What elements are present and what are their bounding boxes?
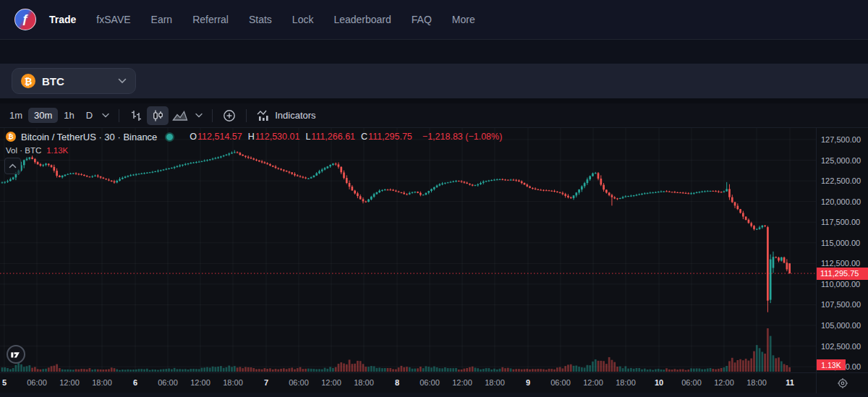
- nav-item-earn[interactable]: Earn: [151, 14, 173, 25]
- candle-body: [690, 193, 692, 194]
- candle-body: [556, 192, 558, 192]
- open-value: 112,514.57: [197, 132, 242, 142]
- timezone-settings-button[interactable]: [837, 377, 848, 389]
- nav-item-faq[interactable]: FAQ: [412, 14, 432, 25]
- candle-body: [31, 158, 33, 159]
- volume-bar: [234, 366, 236, 372]
- volume-bar: [103, 370, 105, 372]
- volume-bar: [438, 368, 441, 372]
- volume-bar: [567, 364, 569, 372]
- candle-body: [174, 167, 176, 168]
- time-axis[interactable]: 506:0012:0018:00606:0012:0018:00706:0012…: [0, 372, 868, 393]
- volume-bar: [64, 370, 67, 372]
- candle-body: [668, 192, 671, 192]
- volume-bar: [51, 366, 53, 372]
- symbol-title[interactable]: Bitcoin / TetherUS · 30 · Binance: [21, 132, 157, 142]
- area-style-button[interactable]: [169, 107, 192, 124]
- candle-body: [163, 169, 165, 170]
- nav-item-leaderboard[interactable]: Leaderboard: [333, 14, 391, 25]
- price-axis[interactable]: 127,500.00125,000.00122,500.00120,000.00…: [816, 128, 868, 372]
- volume-bar: [26, 366, 28, 372]
- volume-bar: [206, 367, 208, 372]
- tradingview-logo[interactable]: [7, 345, 25, 364]
- volume-bar: [122, 370, 124, 372]
- volume-bar: [401, 366, 403, 372]
- volume-bar: [562, 368, 564, 372]
- candle-body: [562, 193, 564, 195]
- candle-body: [97, 176, 99, 176]
- volume-bar: [61, 370, 64, 372]
- candle-body: [329, 165, 331, 166]
- header-sub-strip: [0, 40, 868, 64]
- volume-bar: [365, 367, 367, 372]
- candle-body: [753, 226, 755, 229]
- candle-body: [761, 226, 763, 227]
- candle-body: [619, 198, 621, 199]
- volume-bar: [86, 370, 88, 372]
- candle-body: [7, 181, 9, 182]
- candle-body: [357, 193, 359, 196]
- candle-body: [272, 166, 274, 167]
- volume-bar: [493, 369, 495, 372]
- collapse-legend-button[interactable]: [4, 158, 21, 174]
- top-navigation-bar: ƒ Trade fxSAVE Earn Referral Stats Lock …: [0, 0, 868, 40]
- interval-menu-button[interactable]: [98, 111, 113, 120]
- candle-body: [676, 192, 678, 193]
- candle-body: [1, 182, 4, 183]
- interval-30m-button[interactable]: 30m: [28, 108, 58, 123]
- nav-item-fxsave[interactable]: fxSAVE: [96, 14, 130, 25]
- candle-body: [12, 177, 14, 179]
- price-chart-canvas[interactable]: ₿ Bitcoin / TetherUS · 30 · Binance O112…: [0, 128, 816, 372]
- candle-body: [321, 170, 323, 171]
- volume-bar: [266, 369, 268, 372]
- candle-body: [515, 180, 517, 181]
- nav-item-referral[interactable]: Referral: [192, 14, 229, 25]
- candle-body: [638, 195, 640, 195]
- volume-bar: [660, 370, 663, 372]
- interval-1m-button[interactable]: 1m: [4, 108, 28, 123]
- candle-body: [326, 166, 328, 168]
- candle-style-button[interactable]: [147, 106, 169, 125]
- candle-body: [244, 155, 247, 156]
- volume-bar: [447, 368, 449, 372]
- candle-body: [674, 192, 676, 192]
- interval-1h-button[interactable]: 1h: [58, 108, 80, 123]
- volume-bar: [56, 364, 58, 372]
- candle-body: [759, 227, 761, 229]
- volume-label[interactable]: Vol · BTC: [6, 146, 41, 155]
- style-menu-button[interactable]: [192, 111, 206, 120]
- market-selector-row: ₿ BTC: [0, 64, 868, 98]
- candle-body: [294, 174, 296, 175]
- candle-body: [275, 166, 277, 168]
- candle-body: [455, 181, 457, 182]
- candle-body: [313, 176, 315, 177]
- candle-body: [114, 182, 116, 183]
- time-tick-label: 18:00: [746, 378, 767, 387]
- nav-item-trade[interactable]: Trade: [49, 14, 76, 25]
- nav-item-more[interactable]: More: [452, 14, 475, 25]
- compare-button[interactable]: [218, 106, 240, 125]
- candle-body: [401, 192, 403, 193]
- volume-bar: [780, 362, 783, 372]
- indicators-button[interactable]: Indicators: [252, 107, 319, 124]
- time-tick-label: 18:00: [485, 378, 505, 387]
- candle-body: [441, 184, 443, 184]
- bar-style-button[interactable]: [125, 106, 147, 125]
- candle-body: [176, 166, 179, 167]
- candle-body: [712, 191, 714, 192]
- candle-body: [658, 192, 660, 192]
- fx-protocol-logo[interactable]: ƒ: [14, 9, 36, 30]
- interval-1d-button[interactable]: D: [80, 108, 98, 123]
- candle-body: [452, 182, 454, 182]
- nav-item-stats[interactable]: Stats: [249, 14, 272, 25]
- volume-bar: [297, 368, 299, 372]
- volume-bar: [143, 370, 145, 372]
- candle-body: [488, 181, 490, 182]
- candle-body: [736, 206, 739, 210]
- volume-bar: [720, 368, 723, 372]
- volume-bar: [157, 370, 159, 372]
- candlestick-icon: [150, 108, 165, 123]
- market-selector-dropdown[interactable]: ₿ BTC: [12, 68, 136, 94]
- time-tick-label: 7: [264, 378, 268, 387]
- nav-item-lock[interactable]: Lock: [292, 14, 314, 25]
